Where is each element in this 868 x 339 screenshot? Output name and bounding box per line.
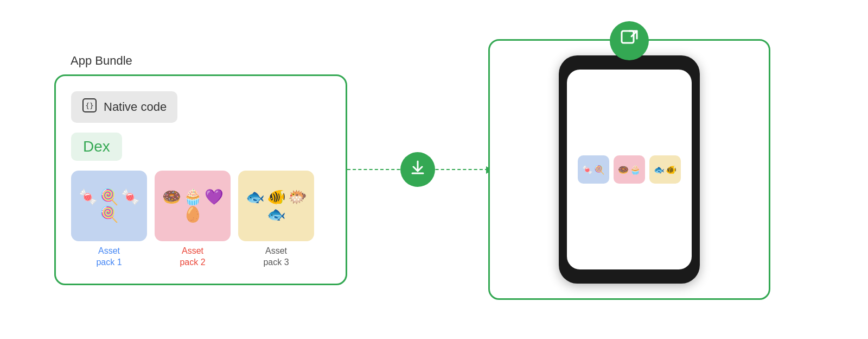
phone-notch bbox=[613, 61, 646, 65]
phone-content: 🍬 🍭 🍩 🧁 🐟 🐠 bbox=[572, 150, 686, 189]
pack3-emoji-3: 🐡 bbox=[288, 190, 307, 205]
phone-pack-2-mini: 🍩 🧁 bbox=[614, 155, 645, 184]
phone-pack2-emoji1: 🍩 bbox=[618, 165, 629, 175]
pack2-emojis: 🍩 🧁 💜 🥚 bbox=[160, 190, 225, 222]
pack3-emoji-2: 🐠 bbox=[267, 190, 286, 205]
pack1-emoji-2: 🍭 bbox=[100, 190, 119, 205]
phone-pack1-emoji1: 🍬 bbox=[582, 165, 593, 175]
pack2-emoji-3: 💜 bbox=[205, 190, 224, 205]
phone-pack3-emoji1: 🐟 bbox=[654, 165, 665, 175]
dex-label: Dex bbox=[83, 138, 110, 155]
right-section: 🍬 🍭 🍩 🧁 🐟 🐠 bbox=[488, 39, 770, 300]
pack3-emoji-4: 🐟 bbox=[267, 207, 286, 222]
brackets-icon: {} bbox=[82, 98, 97, 116]
app-bundle-section: App Bundle {} Native code Dex bbox=[54, 54, 347, 285]
pack1-emoji-4: 🍭 bbox=[100, 207, 119, 222]
pack1-emojis: 🍬 🍭 🍬 🍭 bbox=[76, 190, 142, 222]
download-icon bbox=[409, 159, 426, 180]
phone-pack1-emoji2: 🍭 bbox=[594, 165, 605, 175]
phone-pack-3-mini: 🐟 🐠 bbox=[649, 155, 681, 184]
asset-pack-2-label: Assetpack 2 bbox=[180, 246, 205, 268]
app-bundle-box: {} Native code Dex 🍬 🍭 🍬 bbox=[54, 74, 347, 285]
external-link-icon bbox=[620, 29, 639, 53]
asset-pack-1-image: 🍬 🍭 🍬 🍭 bbox=[71, 171, 147, 241]
app-bundle-label: App Bundle bbox=[71, 54, 132, 68]
asset-pack-1-label: Assetpack 1 bbox=[96, 246, 122, 268]
pack3-emoji-1: 🐟 bbox=[246, 190, 265, 205]
right-box: 🍬 🍭 🍩 🧁 🐟 🐠 bbox=[488, 39, 770, 300]
pack2-emoji-2: 🧁 bbox=[183, 190, 202, 205]
asset-pack-2-image: 🍩 🧁 💜 🥚 bbox=[155, 171, 231, 241]
pack1-emoji-1: 🍬 bbox=[79, 190, 98, 205]
external-link-circle bbox=[610, 21, 649, 60]
native-code-label: Native code bbox=[104, 100, 167, 114]
pack3-emojis: 🐟 🐠 🐡 🐟 bbox=[244, 190, 309, 222]
phone-screen: 🍬 🍭 🍩 🧁 🐟 🐠 bbox=[567, 70, 692, 269]
dex-badge: Dex bbox=[71, 133, 122, 161]
pack1-emoji-3: 🍬 bbox=[121, 190, 140, 205]
phone-pack3-emoji2: 🐠 bbox=[666, 165, 676, 175]
phone-pack2-emoji2: 🧁 bbox=[630, 165, 641, 175]
asset-pack-3: 🐟 🐠 🐡 🐟 Assetpack 3 bbox=[238, 171, 314, 268]
download-circle bbox=[400, 152, 435, 187]
asset-pack-1: 🍬 🍭 🍬 🍭 Assetpack 1 bbox=[71, 171, 147, 268]
svg-text:{}: {} bbox=[85, 102, 94, 110]
phone-pack-1-mini: 🍬 🍭 bbox=[578, 155, 609, 184]
asset-pack-3-image: 🐟 🐠 🐡 🐟 bbox=[238, 171, 314, 241]
pack2-emoji-4: 🥚 bbox=[183, 207, 202, 222]
asset-pack-2: 🍩 🧁 💜 🥚 Assetpack 2 bbox=[155, 171, 231, 268]
asset-pack-3-label: Assetpack 3 bbox=[263, 246, 289, 268]
pack2-emoji-1: 🍩 bbox=[162, 190, 181, 205]
phone-mockup: 🍬 🍭 🍩 🧁 🐟 🐠 bbox=[559, 55, 700, 284]
connector bbox=[347, 169, 488, 170]
asset-packs-row: 🍬 🍭 🍬 🍭 Assetpack 1 🍩 🧁 bbox=[71, 171, 330, 268]
diagram: App Bundle {} Native code Dex bbox=[54, 39, 814, 300]
native-code-badge: {} Native code bbox=[71, 91, 177, 123]
